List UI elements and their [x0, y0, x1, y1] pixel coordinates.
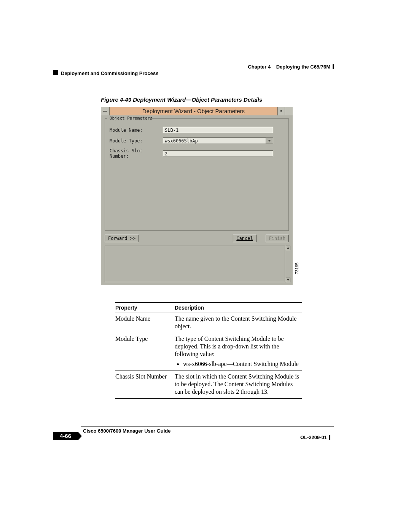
property-table: Property Description Module Name The nam… [115, 302, 302, 399]
row-module-type: Module Type: wsx6066SlbAp [110, 137, 273, 144]
dropdown-module-type[interactable]: wsx6066SlbAp [163, 137, 273, 144]
scroll-up-icon[interactable] [286, 246, 290, 250]
chevron-down-icon[interactable] [266, 137, 273, 144]
doc-id-text: OL-2209-01 [300, 435, 327, 440]
cell-property: Module Name [115, 313, 175, 333]
scroll-down-icon[interactable] [286, 278, 290, 282]
window-control-icon[interactable] [277, 107, 285, 115]
th-property: Property [115, 302, 175, 313]
cell-description: The name given to the Content Switching … [175, 313, 302, 333]
dialog-body: Object Parameters Module Name: SLB-1 Mod… [102, 115, 292, 284]
th-description: Description [175, 302, 302, 313]
object-parameters-group: Object Parameters Module Name: SLB-1 Mod… [105, 118, 289, 231]
window-resize-icon[interactable] [285, 107, 293, 115]
label-chassis-slot: Chassis Slot Number: [110, 148, 163, 159]
chapter-label: Chapter 4 [248, 64, 271, 70]
table-row: Module Name The name given to the Conten… [115, 313, 302, 333]
label-module-name: Module Name: [110, 128, 163, 133]
button-row: Forward >> Cancel Finish [105, 233, 289, 243]
label-module-type: Module Type: [110, 138, 163, 144]
cell-description: The type of Content Switching Module to … [175, 333, 302, 371]
footer-doc-id: OL-2209-01 [300, 435, 330, 440]
figure-caption: Figure 4-49 Deployment Wizard—Object Par… [101, 96, 262, 103]
footer-guide-title: Cisco 6500/7600 Manager User Guide [83, 428, 171, 434]
table-header-row: Property Description [115, 302, 302, 313]
input-chassis-slot[interactable]: 2 [163, 150, 273, 157]
figure-image-id: 73165 [295, 262, 299, 274]
cell-description: The slot in which the Content Switching … [175, 371, 302, 399]
group-label: Object Parameters [109, 116, 153, 121]
finish-button: Finish [266, 235, 289, 242]
input-module-type[interactable]: wsx6066SlbAp [163, 137, 266, 144]
header-marker-block [53, 70, 58, 75]
table-row: Chassis Slot Number The slot in which th… [115, 371, 302, 399]
log-textarea[interactable] [105, 246, 285, 282]
window-menu-icon[interactable] [101, 107, 110, 115]
chapter-title: Deploying the C65/76M [276, 64, 330, 70]
cell-description-text: The type of Content Switching Module to … [175, 335, 284, 357]
input-module-name[interactable]: SLB-1 [163, 127, 273, 133]
cell-property: Chassis Slot Number [115, 371, 175, 399]
dialog-title: Deployment Wizard - Object Parameters [110, 107, 277, 115]
header-end-bar [333, 64, 334, 69]
cancel-button[interactable]: Cancel [233, 235, 256, 242]
header-section: Deployment and Commissioning Process [61, 70, 158, 76]
page-number: 4-66 [53, 432, 78, 440]
cell-bullet: ws-x6066-slb-apc—Content Switching Modul… [183, 360, 299, 368]
log-scrollbar[interactable] [286, 246, 290, 282]
screenshot-deployment-wizard: Deployment Wizard - Object Parameters Ob… [101, 107, 293, 285]
row-module-name: Module Name: SLB-1 [110, 127, 273, 133]
dialog-titlebar: Deployment Wizard - Object Parameters [101, 107, 293, 115]
forward-button[interactable]: Forward >> [105, 235, 139, 242]
row-chassis-slot: Chassis Slot Number: 2 [110, 148, 273, 159]
footer-end-bar [329, 435, 330, 440]
cell-property: Module Type [115, 333, 175, 371]
header-chapter: Chapter 4 Deploying the C65/76M [248, 64, 334, 70]
table-row: Module Type The type of Content Switchin… [115, 333, 302, 371]
footer-rule [81, 427, 334, 427]
page-number-arrow-icon [78, 432, 82, 440]
